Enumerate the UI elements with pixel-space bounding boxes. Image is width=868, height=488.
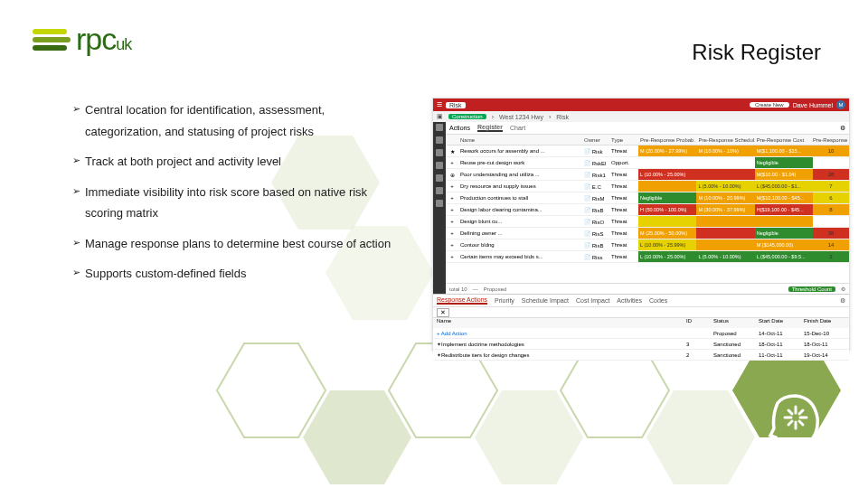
- tab-cost-impact[interactable]: Cost Impact: [576, 297, 609, 304]
- bullet-item: Central location for identification, ass…: [72, 101, 434, 119]
- tab-schedule-impact[interactable]: Schedule Impact: [522, 297, 569, 304]
- settings-icon[interactable]: ⚙: [840, 125, 845, 132]
- breadcrumb-item[interactable]: Risk: [556, 114, 569, 120]
- table-row[interactable]: +Reuse pre-cut design work📄 RskElOpport.…: [446, 157, 849, 169]
- ai-head-icon: [760, 389, 830, 472]
- table-row[interactable]: +Design blunt cu...📄 RisOThreat: [446, 216, 849, 228]
- page-title: Risk Register: [692, 40, 821, 65]
- expand-icon[interactable]: ▣: [437, 113, 443, 120]
- col-sched[interactable]: Pre-Response Schedul.: [696, 135, 754, 145]
- bullet-item: Supports custom-defined fields: [72, 265, 434, 283]
- col-type[interactable]: Type: [611, 135, 638, 145]
- rail-icon[interactable]: [436, 174, 443, 182]
- grid-rows: ★Rework occurs for assembly and ...📄 Ris…: [446, 145, 849, 283]
- logo: rpcuk: [33, 22, 131, 57]
- detail-row[interactable]: ✦ Redistribute tiers for design changes …: [433, 350, 849, 361]
- table-row[interactable]: +Contour bldng📄 RisBThreatL (10.00% - 25…: [446, 239, 849, 251]
- table-row[interactable]: +Production continues to stall📄 RisMThre…: [446, 192, 849, 204]
- rail-icon[interactable]: [436, 136, 443, 144]
- rail-icon[interactable]: [436, 162, 443, 169]
- menu-icon[interactable]: ☰: [437, 101, 442, 108]
- grid-header: Name Owner Type Pre-Response Probab. Pre…: [446, 135, 849, 145]
- bullet-item: Track at both project and activity level: [72, 153, 434, 171]
- threshold-button[interactable]: Threshold Count: [788, 286, 835, 292]
- app-topbar: ☰ Risk Create New Dave Hummel M: [433, 99, 849, 111]
- tab-codes[interactable]: Codes: [649, 297, 667, 304]
- logo-text: rpc: [76, 22, 116, 56]
- table-row[interactable]: +Certain items may exceed bids s...📄 Ris…: [446, 251, 849, 263]
- bullet-item: Manage response plans to determine best …: [72, 235, 434, 253]
- breadcrumb: ▣ Construction › West 1234 Hwy › Risk: [433, 111, 849, 122]
- table-row[interactable]: +Dry resource and supply issues📄 E.CThre…: [446, 181, 849, 192]
- detail-pane: Response Actions Priority Schedule Impac…: [433, 294, 849, 361]
- svg-line-8: [799, 410, 803, 414]
- module-chip[interactable]: Risk: [446, 102, 466, 108]
- rail-icon[interactable]: [436, 149, 443, 156]
- svg-line-6: [799, 421, 803, 425]
- actions-menu[interactable]: Actions: [449, 125, 470, 131]
- col-prob[interactable]: Pre-Response Probab.: [638, 135, 696, 145]
- logo-suffix: uk: [116, 35, 131, 53]
- view-tabs: Actions Register Chart ⚙: [446, 122, 849, 135]
- rail-icon[interactable]: [436, 187, 443, 194]
- avatar[interactable]: M: [836, 100, 845, 109]
- user-name[interactable]: Dave Hummel: [793, 102, 833, 108]
- proposed-label: Proposed: [484, 286, 507, 292]
- detail-tabs: Response Actions Priority Schedule Impac…: [433, 295, 849, 307]
- tab-activities[interactable]: Activities: [617, 297, 642, 304]
- table-row[interactable]: ★Rework occurs for assembly and ...📄 Ris…: [446, 145, 849, 157]
- detail-header: Name ID Status Start Date Finish Date: [433, 318, 849, 328]
- add-action-row[interactable]: + Add Action Proposed 14-Oct-11 15-Dec-1…: [433, 328, 849, 339]
- detail-gear-icon[interactable]: ⚙: [840, 297, 845, 305]
- detail-row[interactable]: ✦ Implement doctrine methodologies 3 San…: [433, 339, 849, 350]
- breadcrumb-project[interactable]: Construction: [448, 114, 486, 119]
- gear-icon[interactable]: ⚙: [841, 286, 845, 292]
- row-count: total 10: [449, 286, 467, 292]
- svg-line-5: [788, 410, 792, 414]
- create-new-button[interactable]: Create New: [750, 102, 789, 108]
- table-row[interactable]: +Defining owner ...📄 RisSThreatM (25.00%…: [446, 228, 849, 239]
- rail-icon[interactable]: [436, 200, 443, 207]
- rail-icon[interactable]: [436, 124, 443, 131]
- tab-chart[interactable]: Chart: [510, 125, 525, 131]
- breadcrumb-item[interactable]: West 1234 Hwy: [499, 114, 543, 120]
- table-row[interactable]: ⊕Poor understanding and utiliza ...📄 Ris…: [446, 169, 849, 181]
- detail-tool-icon[interactable]: ✕: [437, 308, 449, 317]
- grid-footer: total 10 — Proposed Threshold Count ⚙: [446, 283, 849, 294]
- col-owner[interactable]: Owner: [584, 135, 611, 145]
- svg-line-7: [788, 421, 792, 425]
- bullet-item: Immediate visibility into risk score bas…: [72, 183, 434, 202]
- col-name[interactable]: Name: [458, 135, 584, 145]
- tab-register[interactable]: Register: [477, 124, 503, 132]
- tab-response-actions[interactable]: Response Actions: [437, 296, 487, 305]
- col-score[interactable]: Pre-Response Score: [813, 135, 849, 145]
- tab-priority[interactable]: Priority: [495, 297, 514, 304]
- app-screenshot: ☰ Risk Create New Dave Hummel M ▣ Constr…: [432, 98, 850, 351]
- logo-bars-icon: [33, 29, 71, 51]
- nav-rail: [433, 122, 446, 294]
- table-row[interactable]: +Design labor clearing contamina...📄 Ris…: [446, 204, 849, 216]
- col-cost[interactable]: Pre-Response Cost: [755, 135, 813, 145]
- bullet-list: Central location for identification, ass…: [72, 101, 434, 296]
